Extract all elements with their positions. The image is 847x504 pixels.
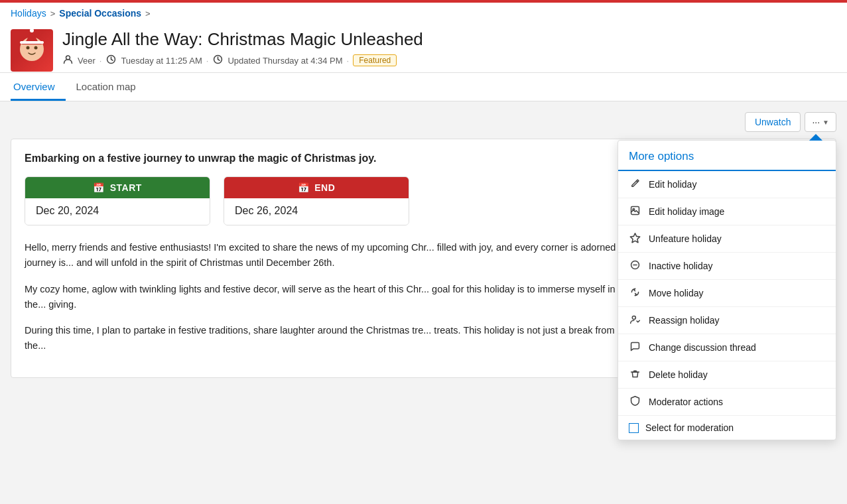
more-options-button[interactable]: ··· ▼ [805, 112, 836, 132]
trash-icon [629, 368, 641, 381]
svg-point-10 [633, 209, 635, 211]
end-date: Dec 26, 2024 [235, 205, 298, 216]
end-header: 📅 END [224, 177, 409, 198]
dot-sep1: · [99, 56, 102, 66]
reassign-holiday-label: Reassign holiday [649, 315, 720, 326]
discussion-icon [629, 341, 641, 354]
start-header: 📅 START [25, 177, 210, 198]
shield-icon [629, 395, 641, 409]
unfeature-holiday-label: Unfeature holiday [649, 233, 722, 244]
meta-row: Veer · Tuesday at 11:25 AM · Updated Thu… [62, 54, 836, 67]
user-icon [62, 54, 74, 67]
chevron-down-icon: ▼ [822, 119, 829, 126]
breadcrumb-current: Special Occasions [59, 8, 141, 19]
inactive-holiday-label: Inactive holiday [649, 261, 713, 271]
dropdown-item-edit-holiday[interactable]: Edit holiday [618, 171, 836, 198]
tabs-bar: Overview Location map [0, 73, 847, 101]
avatar [11, 29, 53, 72]
image-edit-icon [629, 205, 641, 218]
start-date-body: Dec 20, 2024 [25, 198, 210, 225]
edit-icon [629, 178, 641, 191]
svg-point-13 [632, 316, 635, 320]
breadcrumb-parent-link[interactable]: Holidays [11, 8, 46, 19]
unwatch-button[interactable]: Unwatch [745, 112, 801, 132]
dot-sep3: · [347, 56, 350, 66]
dropdown-item-moderator-actions[interactable]: Moderator actions [618, 389, 836, 416]
dropdown-item-inactive-holiday[interactable]: Inactive holiday [618, 253, 836, 280]
move-icon [629, 286, 641, 300]
end-label: END [314, 182, 335, 193]
posted-time: Tuesday at 11:25 AM [121, 56, 202, 66]
calendar-start-icon: 📅 [93, 182, 105, 193]
avatar-image [11, 29, 53, 72]
start-label: START [110, 182, 142, 193]
dropdown-item-unfeature-holiday[interactable]: Unfeature holiday [618, 225, 836, 253]
clock-icon-2 [212, 54, 224, 67]
end-date-body: Dec 26, 2024 [224, 198, 409, 225]
dropdown-title: More options [618, 141, 836, 171]
dropdown-item-select-moderation[interactable]: Select for moderation [618, 416, 836, 440]
edit-holiday-label: Edit holiday [649, 179, 696, 190]
breadcrumb: Holidays > Special Occasions > [0, 3, 847, 23]
clock-icon [105, 54, 117, 67]
updated-time: Updated Thursday at 4:34 PM [228, 56, 342, 66]
header-text: Jingle All the Way: Christmas Magic Unle… [62, 29, 836, 72]
featured-badge: Featured [353, 54, 397, 66]
dropdown-menu: More options Edit holiday Edit holiday i… [618, 140, 836, 440]
header-area: Jingle All the Way: Christmas Magic Unle… [0, 23, 847, 73]
dropdown-item-delete-holiday[interactable]: Delete holiday [618, 361, 836, 389]
inactive-icon [629, 259, 641, 273]
start-date-card: 📅 START Dec 20, 2024 [25, 176, 210, 225]
post-title: Jingle All the Way: Christmas Magic Unle… [62, 29, 836, 50]
tab-overview[interactable]: Overview [11, 73, 66, 101]
tab-location-map[interactable]: Location map [74, 73, 147, 101]
toolbar-row: Unwatch ··· ▼ More options Edit holiday … [11, 112, 836, 132]
content-wrapper: Unwatch ··· ▼ More options Edit holiday … [0, 101, 847, 473]
svg-point-2 [34, 46, 38, 50]
start-date: Dec 20, 2024 [36, 205, 99, 216]
delete-holiday-label: Delete holiday [649, 369, 708, 380]
select-moderation-label: Select for moderation [645, 422, 734, 433]
more-dots: ··· [812, 117, 820, 127]
author-name: Veer [78, 56, 96, 66]
breadcrumb-sep1: > [50, 9, 56, 19]
change-discussion-thread-label: Change discussion thread [649, 342, 756, 353]
svg-point-1 [27, 46, 30, 50]
moderation-checkbox[interactable] [629, 423, 639, 433]
edit-holiday-image-label: Edit holiday image [649, 206, 724, 217]
svg-point-5 [30, 29, 34, 32]
dropdown-item-change-discussion-thread[interactable]: Change discussion thread [618, 334, 836, 361]
dropdown-arrow [809, 134, 822, 141]
move-holiday-label: Move holiday [649, 288, 704, 298]
dropdown-item-move-holiday[interactable]: Move holiday [618, 280, 836, 307]
dropdown-item-reassign-holiday[interactable]: Reassign holiday [618, 307, 836, 334]
moderator-actions-label: Moderator actions [649, 397, 723, 407]
star-icon [629, 232, 641, 245]
dropdown-item-edit-holiday-image[interactable]: Edit holiday image [618, 198, 836, 225]
calendar-end-icon: 📅 [298, 182, 310, 193]
breadcrumb-sep2: > [145, 9, 151, 19]
reassign-icon [629, 314, 641, 327]
end-date-card: 📅 END Dec 26, 2024 [224, 176, 409, 225]
dot-sep2: · [206, 56, 209, 66]
svg-rect-6 [20, 41, 44, 44]
svg-marker-11 [630, 233, 639, 243]
